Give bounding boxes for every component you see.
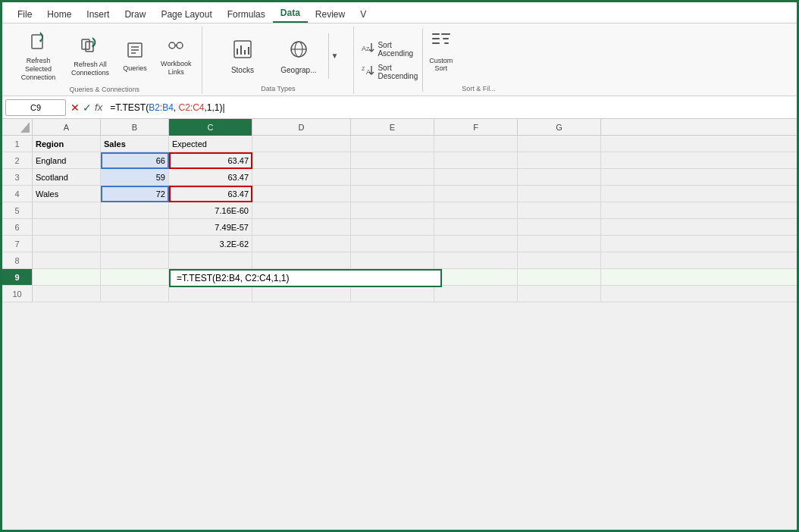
geography-btn[interactable]: Geograp... [272,35,325,77]
col-header-B[interactable]: B [101,119,169,136]
cell-E1[interactable] [351,136,434,152]
cell-A1[interactable]: Region [33,136,101,152]
cell-C10[interactable] [169,286,252,302]
cell-B3[interactable]: 59 [101,169,169,186]
cell-G1[interactable] [518,136,601,152]
cell-G4[interactable] [518,186,601,202]
cell-F2[interactable] [434,152,518,169]
cell-F1[interactable] [434,136,518,152]
col-header-D[interactable]: D [252,119,351,136]
cell-C1[interactable]: Expected [169,136,252,152]
col-header-G[interactable]: G [518,119,601,136]
cell-A8[interactable] [33,252,101,269]
col-header-C[interactable]: C [169,119,252,136]
datatypes-expand-btn[interactable]: ▼ [328,33,340,79]
cell-B7[interactable] [101,236,169,252]
formula-content[interactable]: =T.TEST(B2:B4, C2:C4,1,1)| [107,102,794,113]
cell-G2[interactable] [518,152,601,169]
cell-G5[interactable] [518,202,601,219]
cell-G7[interactable] [518,236,601,252]
cell-F8[interactable] [434,252,518,269]
menu-file[interactable]: File [10,6,39,23]
cell-C7[interactable]: 3.2E-62 [169,236,252,252]
cell-D6[interactable] [252,219,351,236]
cell-B6[interactable] [101,219,169,236]
cell-E3[interactable] [351,169,434,186]
cell-A6[interactable] [33,219,101,236]
cell-C9[interactable]: =T.TEST(B2:B4, C2:C4,1,1) [169,269,252,286]
cell-F7[interactable] [434,236,518,252]
sort-descending-btn[interactable]: Z A Sort Descending [360,63,419,81]
cell-G10[interactable] [518,286,601,302]
cell-D3[interactable] [252,169,351,186]
cell-A10[interactable] [33,286,101,302]
workbook-links-btn[interactable]: WorkbookLinks [156,33,196,80]
cell-reference-input[interactable] [5,99,66,116]
cell-D10[interactable] [252,286,351,302]
menu-insert[interactable]: Insert [79,6,117,23]
menu-page-layout[interactable]: Page Layout [153,6,219,23]
cell-G9[interactable] [518,269,601,286]
cell-E4[interactable] [351,186,434,202]
cell-A3[interactable]: Scotland [33,169,101,186]
cell-E8[interactable] [351,252,434,269]
custom-sort-btn[interactable]: CustomSort [422,28,459,92]
cell-C6[interactable]: 7.49E-57 [169,219,252,236]
cell-D1[interactable] [252,136,351,152]
cell-F5[interactable] [434,202,518,219]
menu-draw[interactable]: Draw [117,6,153,23]
col-header-E[interactable]: E [351,119,434,136]
cell-B2[interactable]: 66 [101,152,169,169]
cell-C4[interactable]: 63.47 [169,186,252,202]
cell-B5[interactable] [101,202,169,219]
insert-function-icon[interactable]: fx [95,102,102,113]
cell-F9[interactable] [434,269,518,286]
cell-A2[interactable]: England [33,152,101,169]
cell-F10[interactable] [434,286,518,302]
refresh-all-btn[interactable]: Refresh AllConnections [67,32,114,80]
cell-D7[interactable] [252,236,351,252]
cell-E6[interactable] [351,219,434,236]
cell-A7[interactable] [33,236,101,252]
cell-A5[interactable] [33,202,101,219]
menu-home[interactable]: Home [39,6,79,23]
cell-E2[interactable] [351,152,434,169]
confirm-edit-icon[interactable]: ✓ [83,102,92,114]
cell-D8[interactable] [252,252,351,269]
stocks-btn[interactable]: Stocks [216,35,269,77]
col-header-F[interactable]: F [434,119,518,136]
menu-formulas[interactable]: Formulas [220,6,273,23]
menu-data[interactable]: Data [273,5,308,23]
sort-ascending-btn[interactable]: A Z Sort Ascending [360,40,419,58]
cell-E7[interactable] [351,236,434,252]
cell-G8[interactable] [518,252,601,269]
cell-C3[interactable]: 63.47 [169,169,252,186]
cell-F6[interactable] [434,219,518,236]
cell-G3[interactable] [518,169,601,186]
cell-A4[interactable]: Wales [33,186,101,202]
cell-D4[interactable] [252,186,351,202]
cell-F4[interactable] [434,186,518,202]
cancel-edit-icon[interactable]: ✕ [70,102,80,114]
refresh-selected-btn[interactable]: Refresh SelectedConnection [13,28,64,84]
queries-btn[interactable]: Queries [117,37,153,76]
cell-G6[interactable] [518,219,601,236]
cell-C2[interactable]: 63.47 [169,152,252,169]
cell-D2[interactable] [252,152,351,169]
cell-A9[interactable] [33,269,101,286]
cell-B1[interactable]: Sales [101,136,169,152]
col-header-A[interactable]: A [33,119,101,136]
menu-review[interactable]: Review [308,6,352,23]
formula-ref-b2b4: B2:B4 [149,102,174,113]
menu-more[interactable]: V [352,6,374,23]
cell-C5[interactable]: 7.16E-60 [169,202,252,219]
cell-E10[interactable] [351,286,434,302]
cell-F3[interactable] [434,169,518,186]
cell-C8[interactable] [169,252,252,269]
cell-B9[interactable] [101,269,169,286]
cell-B10[interactable] [101,286,169,302]
cell-B4[interactable]: 72 [101,186,169,202]
cell-E5[interactable] [351,202,434,219]
cell-D5[interactable] [252,202,351,219]
cell-B8[interactable] [101,252,169,269]
